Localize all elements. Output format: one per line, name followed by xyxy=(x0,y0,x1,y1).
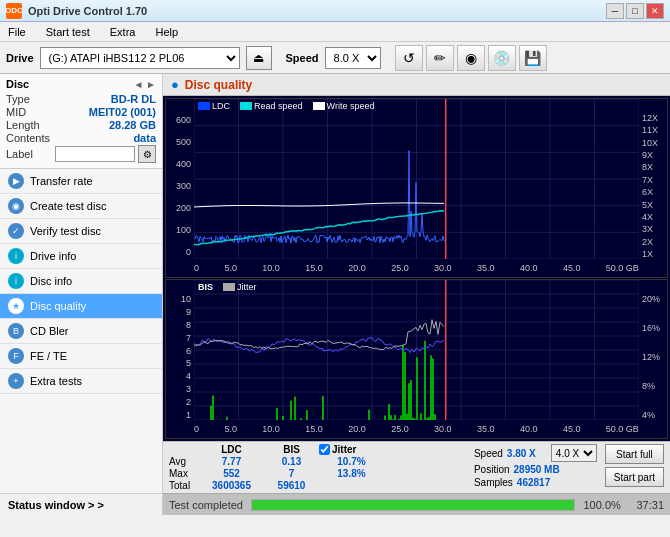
disc-info-header: Disc ◄ ► xyxy=(6,78,156,90)
disc-panel-title: Disc xyxy=(6,78,29,90)
x-top-35: 35.0 xyxy=(477,263,495,273)
chart-top-y-right: 12X 11X 10X 9X 8X 7X 6X 5X 4X 3X 2X 1X xyxy=(639,113,667,259)
progress-fill xyxy=(252,500,574,510)
toolbar-btn-1[interactable]: ↺ xyxy=(395,45,423,71)
position-row: Position 28950 MB xyxy=(474,464,597,475)
content-title: Disc quality xyxy=(185,78,252,92)
drive-info-label: Drive info xyxy=(30,250,76,262)
sidebar-item-create-test-disc[interactable]: ◉ Create test disc xyxy=(0,194,162,219)
samples-val: 462817 xyxy=(517,477,550,488)
toolbar-btn-5[interactable]: 💾 xyxy=(519,45,547,71)
stats-avg-label: Avg xyxy=(169,456,199,467)
menu-file[interactable]: File xyxy=(4,25,30,39)
sidebar-item-cd-bler[interactable]: B CD Bler xyxy=(0,319,162,344)
sidebar-item-disc-info[interactable]: i Disc info xyxy=(0,269,162,294)
y-b-6: 6 xyxy=(166,346,194,356)
chart-bottom-y-left: 10 9 8 7 6 5 4 3 2 1 xyxy=(166,294,194,420)
minimize-button[interactable]: ─ xyxy=(606,3,624,19)
legend-jitter-color xyxy=(223,283,235,291)
menu-extra[interactable]: Extra xyxy=(106,25,140,39)
eject-button[interactable]: ⏏ xyxy=(246,46,272,70)
close-button[interactable]: ✕ xyxy=(646,3,664,19)
y-right-1x: 1X xyxy=(639,249,667,259)
x-top-25: 25.0 xyxy=(391,263,409,273)
legend-ldc-label: LDC xyxy=(212,101,230,111)
create-test-icon: ◉ xyxy=(8,198,24,214)
verify-test-icon: ✓ xyxy=(8,223,24,239)
disc-info-icon: i xyxy=(8,273,24,289)
disc-length-key: Length xyxy=(6,119,40,131)
title-bar: ODC Opti Drive Control 1.70 ─ □ ✕ xyxy=(0,0,670,22)
title-bar-left: ODC Opti Drive Control 1.70 xyxy=(6,3,147,19)
disc-panel-arrows[interactable]: ◄ ► xyxy=(133,79,156,90)
disc-quality-icon: ★ xyxy=(8,298,24,314)
speed-label: Speed xyxy=(474,448,503,459)
menu-help[interactable]: Help xyxy=(151,25,182,39)
sidebar-item-transfer-rate[interactable]: ▶ Transfer rate xyxy=(0,169,162,194)
sidebar-item-drive-info[interactable]: i Drive info xyxy=(0,244,162,269)
drive-select[interactable]: (G:) ATAPI iHBS112 2 PL06 xyxy=(40,47,240,69)
y-b-2: 2 xyxy=(166,397,194,407)
label-input[interactable] xyxy=(55,146,135,162)
sidebar-item-fe-te[interactable]: F FE / TE xyxy=(0,344,162,369)
toolbar-icons: ↺ ✏ ◉ 💿 💾 xyxy=(395,45,547,71)
content-header: ● Disc quality xyxy=(163,74,670,96)
stats-header-ldc: LDC xyxy=(199,444,264,455)
toolbar-btn-3[interactable]: ◉ xyxy=(457,45,485,71)
start-part-button[interactable]: Start part xyxy=(605,467,664,487)
toolbar-btn-2[interactable]: ✏ xyxy=(426,45,454,71)
y-right-3x: 3X xyxy=(639,224,667,234)
title-bar-buttons: ─ □ ✕ xyxy=(606,3,664,19)
toolbar-btn-4[interactable]: 💿 xyxy=(488,45,516,71)
start-full-button[interactable]: Start full xyxy=(605,444,664,464)
stats-avg-bis: 0.13 xyxy=(264,456,319,467)
label-edit-button[interactable]: ⚙ xyxy=(138,145,156,163)
menu-start-test[interactable]: Start test xyxy=(42,25,94,39)
drive-label: Drive xyxy=(6,52,34,64)
sidebar: Disc ◄ ► Type BD-R DL MID MEIT02 (001) L… xyxy=(0,74,163,515)
stats-headers: LDC BIS Jitter xyxy=(199,444,466,455)
legend-jitter: Jitter xyxy=(223,282,257,292)
speed-row: Speed 3.80 X 4.0 X xyxy=(474,444,597,462)
stats-total-label: Total xyxy=(169,480,199,491)
stats-bar: LDC BIS Jitter Avg 7.77 0.13 10.7% xyxy=(163,441,670,493)
stats-max-bis: 7 xyxy=(264,468,319,479)
chart-top-x-axis: 0 5.0 10.0 15.0 20.0 25.0 30.0 35.0 40.0… xyxy=(194,259,639,277)
fe-te-icon: F xyxy=(8,348,24,364)
y-right-5x: 5X xyxy=(639,200,667,210)
stats-header-bis: BIS xyxy=(264,444,319,455)
cd-bler-label: CD Bler xyxy=(30,325,69,337)
create-test-label: Create test disc xyxy=(30,200,106,212)
sidebar-item-disc-quality[interactable]: ★ Disc quality xyxy=(0,294,162,319)
charts-area: LDC Read speed Write speed 600 500 xyxy=(163,96,670,441)
disc-info-panel: Disc ◄ ► Type BD-R DL MID MEIT02 (001) L… xyxy=(0,74,162,169)
chart-top-y-left: 600 500 400 300 200 100 0 xyxy=(166,113,194,259)
sidebar-item-verify-test-disc[interactable]: ✓ Verify test disc xyxy=(0,219,162,244)
stats-total-bis: 59610 xyxy=(264,480,319,491)
x-top-0: 0 xyxy=(194,263,199,273)
stats-avg-ldc: 7.77 xyxy=(199,456,264,467)
x-top-40: 40.0 xyxy=(520,263,538,273)
content-area: ● Disc quality LDC Read speed xyxy=(163,74,670,515)
status-window[interactable]: Status window > > xyxy=(0,493,162,515)
maximize-button[interactable]: □ xyxy=(626,3,644,19)
x-top-45: 45.0 xyxy=(563,263,581,273)
stats-content: LDC BIS Jitter Avg 7.77 0.13 10.7% xyxy=(169,444,664,491)
x-top-10: 10.0 xyxy=(262,263,280,273)
speed-select[interactable]: 8.0 X xyxy=(325,47,381,69)
speed-val: 3.80 X xyxy=(507,448,547,459)
y-label-400: 400 xyxy=(166,159,194,169)
transfer-rate-icon: ▶ xyxy=(8,173,24,189)
y-b-4: 4 xyxy=(166,371,194,381)
stats-header-jitter-col: Jitter xyxy=(319,444,384,455)
stats-right-panel: Speed 3.80 X 4.0 X Position 28950 MB Sam… xyxy=(466,444,597,488)
y-right-6x: 6X xyxy=(639,187,667,197)
sidebar-item-extra-tests[interactable]: + Extra tests xyxy=(0,369,162,394)
jitter-checkbox[interactable] xyxy=(319,444,330,455)
y-b-8: 8 xyxy=(166,320,194,330)
y-right-4x: 4X xyxy=(639,212,667,222)
y-right-11x: 11X xyxy=(639,125,667,135)
stats-max-jitter: 13.8% xyxy=(319,468,384,479)
x-top-20: 20.0 xyxy=(348,263,366,273)
speed-dropdown[interactable]: 4.0 X xyxy=(551,444,597,462)
